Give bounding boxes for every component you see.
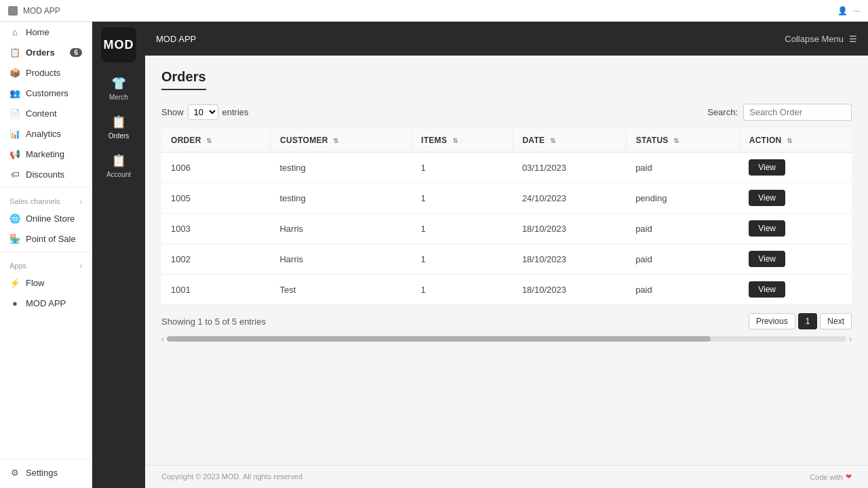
app-header: MOD APP Collapse Menu ☰ — [145, 22, 868, 56]
mod-app-icon: ● — [9, 298, 20, 308]
sidebar-item-analytics[interactable]: 📊 Analytics — [0, 123, 92, 144]
search-input[interactable] — [743, 104, 852, 121]
pagination-controls: Previous 1 Next — [749, 313, 852, 329]
cell-date: 18/10/2023 — [513, 274, 626, 305]
search-area: Search: — [707, 104, 852, 121]
date-sort-icon: ⇅ — [550, 137, 555, 144]
header-title: MOD APP — [156, 34, 196, 44]
sidebar-item-online-store[interactable]: 🌐 Online Store — [0, 208, 92, 228]
icon-panel-account[interactable]: 📋 Account — [98, 148, 139, 184]
analytics-icon: 📊 — [9, 128, 20, 139]
icon-panel-orders[interactable]: 📋 Orders — [98, 109, 139, 145]
view-button[interactable]: View — [749, 220, 785, 237]
cell-order: 1006 — [161, 152, 270, 183]
cell-date: 18/10/2023 — [513, 244, 626, 274]
topbar: MOD APP 👤 ··· — [0, 0, 868, 22]
scrollbar-thumb — [167, 336, 711, 342]
sidebar: ⌂ Home 📋 Orders 6 📦 Products 👥 Customers… — [0, 22, 92, 488]
content-icon: 📄 — [9, 108, 20, 119]
entries-select[interactable]: 10 25 50 — [188, 104, 218, 120]
orders-table-wrapper: ORDER ⇅ CUSTOMER ⇅ ITEMS ⇅ DATE ⇅ STATUS… — [161, 129, 852, 305]
user-icon[interactable]: 👤 — [837, 6, 848, 16]
sidebar-item-mod-app[interactable]: ● MOD APP — [0, 293, 92, 313]
sidebar-item-customers[interactable]: 👥 Customers — [0, 83, 92, 103]
view-button[interactable]: View — [749, 281, 785, 298]
main-area: MOD APP Collapse Menu ☰ Orders Show 10 2… — [145, 22, 868, 488]
home-icon: ⌂ — [9, 26, 20, 37]
sidebar-label-mod-app: MOD APP — [26, 298, 66, 308]
sidebar-item-orders[interactable]: 📋 Orders 6 — [0, 42, 92, 62]
col-date[interactable]: DATE ⇅ — [513, 129, 626, 152]
prev-button[interactable]: Previous — [749, 313, 795, 329]
scrollbar-track[interactable] — [167, 336, 847, 342]
sidebar-item-point-of-sale[interactable]: 🏪 Point of Sale — [0, 228, 92, 249]
apps-label: Apps — [9, 262, 26, 270]
table-controls: Show 10 25 50 entries Search: — [161, 104, 852, 121]
cell-date: 03/11/2023 — [513, 152, 626, 183]
customers-icon: 👥 — [9, 87, 20, 98]
collapse-menu-button[interactable]: Collapse Menu ☰ — [785, 34, 857, 44]
col-items[interactable]: ITEMS ⇅ — [412, 129, 513, 152]
icon-panel-merch[interactable]: 👕 Merch — [98, 70, 139, 106]
sidebar-item-home[interactable]: ⌂ Home — [0, 22, 92, 42]
collapse-menu-label: Collapse Menu — [785, 34, 844, 44]
sidebar-label-point-of-sale: Point of Sale — [26, 234, 76, 244]
sidebar-label-home: Home — [26, 27, 50, 37]
online-store-icon: 🌐 — [9, 213, 20, 224]
topbar-app-name: MOD APP — [23, 6, 60, 16]
order-sort-icon: ⇅ — [206, 137, 212, 144]
sidebar-item-settings[interactable]: ⚙ Settings — [0, 462, 92, 483]
cell-action: View — [739, 152, 852, 183]
horizontal-scrollbar: ‹ › — [161, 332, 852, 346]
scroll-right-icon[interactable]: › — [849, 335, 852, 343]
sidebar-item-products[interactable]: 📦 Products — [0, 62, 92, 83]
view-button[interactable]: View — [749, 159, 785, 176]
more-icon[interactable]: ··· — [853, 6, 860, 16]
cell-status: pending — [626, 183, 739, 214]
cell-items: 1 — [412, 152, 513, 183]
marketing-icon: 📢 — [9, 148, 20, 159]
entries-label: entries — [222, 107, 249, 117]
col-action[interactable]: ACTION ⇅ — [739, 129, 852, 152]
cell-status: paid — [626, 152, 739, 183]
col-customer[interactable]: CUSTOMER ⇅ — [270, 129, 411, 152]
cell-items: 1 — [412, 274, 513, 305]
sidebar-item-content[interactable]: 📄 Content — [0, 103, 92, 123]
cell-order: 1003 — [161, 214, 270, 244]
apps-chevron: › — [80, 262, 82, 270]
sidebar-label-customers: Customers — [26, 88, 68, 98]
view-button[interactable]: View — [749, 190, 785, 206]
orders-panel-icon: 📋 — [111, 115, 126, 129]
sidebar-label-online-store: Online Store — [26, 214, 75, 224]
sidebar-item-discounts[interactable]: 🏷 Discounts — [0, 164, 92, 184]
apps-section[interactable]: Apps › — [0, 255, 92, 272]
col-order[interactable]: ORDER ⇅ — [161, 129, 270, 152]
account-panel-icon: 📋 — [111, 153, 126, 168]
scroll-left-icon[interactable]: ‹ — [161, 335, 164, 343]
action-sort-icon: ⇅ — [787, 137, 792, 144]
point-of-sale-icon: 🏪 — [9, 233, 20, 244]
pagination-area: Showing 1 to 5 of 5 entries Previous 1 N… — [161, 305, 852, 332]
page-title: Orders — [161, 69, 206, 90]
col-status[interactable]: STATUS ⇅ — [626, 129, 739, 152]
view-button[interactable]: View — [749, 251, 785, 267]
sidebar-label-orders: Orders — [26, 47, 55, 58]
menu-hamburger-icon: ☰ — [849, 34, 857, 44]
table-header-row: ORDER ⇅ CUSTOMER ⇅ ITEMS ⇅ DATE ⇅ STATUS… — [161, 129, 852, 152]
next-button[interactable]: Next — [820, 313, 852, 329]
page-1-button[interactable]: 1 — [798, 313, 818, 329]
page-content: Orders Show 10 25 50 entries Search: — [145, 56, 868, 465]
sidebar-label-flow: Flow — [26, 278, 44, 288]
cell-action: View — [739, 183, 852, 214]
table-row: 1006 testing 1 03/11/2023 paid View — [161, 152, 852, 183]
cell-items: 1 — [412, 244, 513, 274]
copyright-text: Copyright © 2023 MOD. All rights reserve… — [161, 472, 302, 481]
cell-customer: Test — [270, 274, 411, 305]
sidebar-item-marketing[interactable]: 📢 Marketing — [0, 144, 92, 164]
icon-panel: MOD 👕 Merch 📋 Orders 📋 Account — [92, 22, 145, 488]
sidebar-item-flow[interactable]: ⚡ Flow — [0, 272, 92, 293]
sidebar-label-analytics: Analytics — [26, 129, 61, 139]
sales-channels-section[interactable]: Sales channels › — [0, 190, 92, 208]
sales-channels-chevron: › — [80, 198, 82, 205]
status-sort-icon: ⇅ — [673, 137, 679, 144]
